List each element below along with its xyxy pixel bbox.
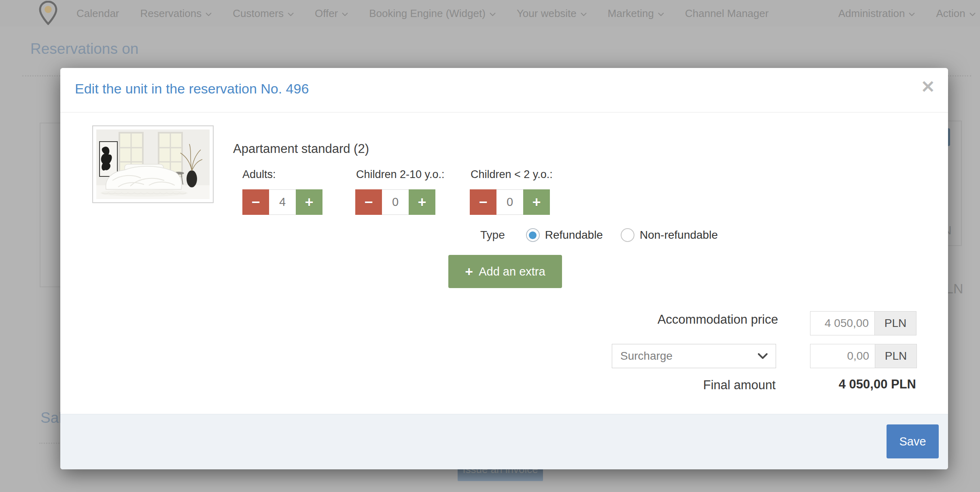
type-label: Type <box>480 229 505 242</box>
minus-button[interactable]: − <box>470 189 496 215</box>
chevron-down-icon <box>206 13 212 16</box>
surcharge-amount-group: PLN <box>810 344 917 368</box>
nav-item-label: Action <box>936 7 965 20</box>
radio-refundable[interactable]: Refundable <box>526 228 603 242</box>
adults-count-input[interactable] <box>269 189 296 215</box>
nav-item-label: Customers <box>233 7 284 20</box>
unit-name: Apartament standard (2) <box>233 142 369 156</box>
radio-selected-icon <box>526 228 540 242</box>
nav-item-channel-manager[interactable]: Channel Manager <box>675 7 779 20</box>
chevron-down-icon <box>658 13 664 16</box>
nav-item-offer[interactable]: Offer <box>304 7 358 20</box>
nav-item-label: Channel Manager <box>685 7 769 20</box>
type-row: Type Refundable Non-refundable <box>480 228 736 242</box>
currency-addon: PLN <box>875 344 916 368</box>
adults-stepper: − + <box>242 189 322 215</box>
page: Calendar Reservations Customers Offer Bo… <box>0 0 980 492</box>
close-icon[interactable]: ✕ <box>921 78 935 95</box>
chevron-down-icon <box>288 13 294 16</box>
modal-title: Edit the unit in the reservation No. 496 <box>75 81 309 97</box>
surcharge-select[interactable]: Surcharge <box>612 344 776 368</box>
nav-item-label: Offer <box>315 7 338 20</box>
nav-item-label: Marketing <box>608 7 654 20</box>
chevron-down-icon <box>758 353 768 359</box>
nav-item-calendar[interactable]: Calendar <box>66 7 130 20</box>
children-2-10-count-input[interactable] <box>382 189 409 215</box>
children-2-10-stepper: − + <box>355 189 435 215</box>
nav-item-booking-engine[interactable]: Booking Engine (Widget) <box>358 7 506 20</box>
nav-item-label: Administration <box>838 7 905 20</box>
radio-label: Non-refundable <box>640 229 718 242</box>
children-under-2-label: Children < 2 y.o.: <box>471 168 553 181</box>
nav-item-label: Calendar <box>76 7 119 20</box>
edit-unit-modal: Edit the unit in the reservation No. 496… <box>60 68 948 469</box>
page-title: Reservations on <box>30 40 138 57</box>
plus-icon: + <box>465 264 473 280</box>
children-under-2-stepper: − + <box>470 189 550 215</box>
plus-button[interactable]: + <box>523 189 550 215</box>
children-2-10-label: Children 2-10 y.o.: <box>356 168 445 181</box>
nav-item-reservations[interactable]: Reservations <box>130 7 223 20</box>
nav-item-marketing[interactable]: Marketing <box>597 7 675 20</box>
accommodation-price-group: PLN <box>810 311 916 335</box>
map-pin-logo-icon[interactable] <box>38 1 58 26</box>
surcharge-amount-input[interactable] <box>810 344 875 368</box>
nav-item-administration[interactable]: Administration <box>828 7 926 20</box>
final-amount-label: Final amount <box>703 378 776 392</box>
nav-list: Calendar Reservations Customers Offer Bo… <box>66 7 980 20</box>
minus-button[interactable]: − <box>355 189 382 215</box>
chevron-down-icon <box>581 13 587 16</box>
room-photo <box>92 125 214 203</box>
add-extra-label: Add an extra <box>479 265 545 278</box>
accommodation-price-input[interactable] <box>810 312 874 335</box>
radio-unselected-icon <box>621 228 634 242</box>
nav-item-label: Reservations <box>140 7 202 20</box>
currency-addon: PLN <box>874 312 916 335</box>
minus-button[interactable]: − <box>242 189 269 215</box>
adults-label: Adults: <box>242 168 276 181</box>
save-button[interactable]: Save <box>887 424 939 458</box>
final-amount-value: 4 050,00 PLN <box>839 377 916 392</box>
chevron-down-icon <box>490 13 496 16</box>
plus-button[interactable]: + <box>409 189 435 215</box>
nav-item-your-website[interactable]: Your website <box>506 7 597 20</box>
surcharge-selected-option: Surcharge <box>620 350 672 363</box>
children-under-2-count-input[interactable] <box>496 189 523 215</box>
bedroom-image <box>96 129 210 199</box>
add-extra-button[interactable]: + Add an extra <box>448 255 562 288</box>
top-nav: Calendar Reservations Customers Offer Bo… <box>0 0 980 27</box>
chevron-down-icon <box>969 13 976 16</box>
chevron-down-icon <box>909 13 915 16</box>
background-text-fragment: LN <box>946 281 963 297</box>
nav-item-action[interactable]: Action <box>925 7 980 20</box>
modal-footer: Save <box>60 414 948 469</box>
radio-label: Refundable <box>545 229 603 242</box>
nav-item-label: Booking Engine (Widget) <box>369 7 486 20</box>
accommodation-price-label: Accommodation price <box>658 312 778 327</box>
plus-button[interactable]: + <box>296 189 322 215</box>
chevron-down-icon <box>342 13 348 16</box>
modal-header: Edit the unit in the reservation No. 496… <box>60 68 948 112</box>
nav-item-label: Your website <box>517 7 577 20</box>
radio-non-refundable[interactable]: Non-refundable <box>621 228 718 242</box>
nav-item-customers[interactable]: Customers <box>222 7 304 20</box>
